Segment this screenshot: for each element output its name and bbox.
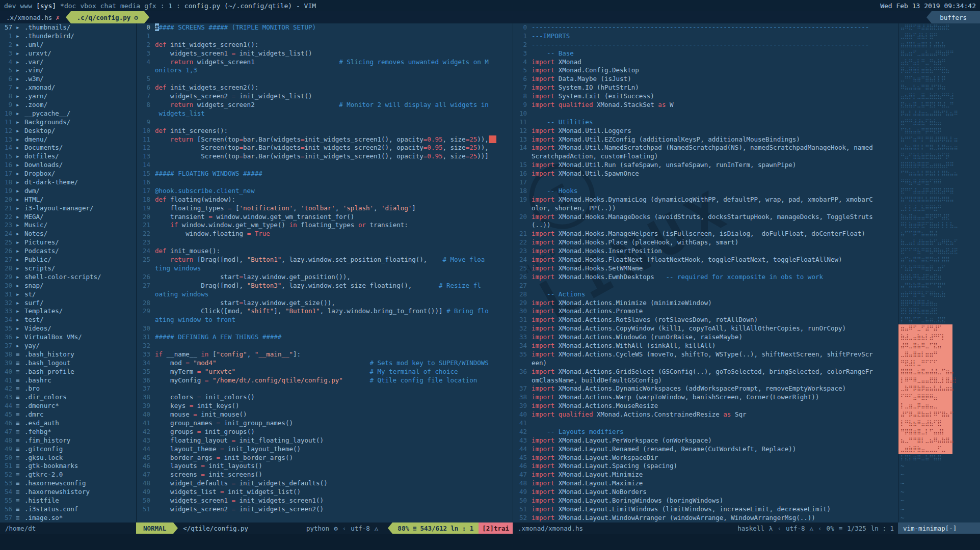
line-number: 24 [0, 230, 16, 238]
line-number: 21 [137, 221, 155, 230]
tree-item[interactable]: 47≡.fehbg* [0, 428, 136, 436]
minimap-line: ⣷⣦⣿⣶⣤⣤⠿⣟⠿⠛⣼⣟ [898, 213, 980, 222]
tree-item[interactable]: 57▸.thumbnails/ [0, 23, 136, 32]
workspace-www[interactable]: www [20, 2, 32, 10]
file-tree[interactable]: 57▸.thumbnails/1▸.thunderbird/2▸.uml/3▸.… [0, 23, 136, 522]
tree-item[interactable]: 12▸Desktop/ [0, 127, 136, 135]
tree-item[interactable]: 14▸Documents/ [0, 144, 136, 152]
folder-icon: ▸ [16, 41, 24, 49]
code-line: 51 widgets_screen2 = init_widgets_screen… [137, 505, 513, 514]
command-line[interactable] [0, 534, 980, 550]
tree-item[interactable]: 18▸dt-dark-theme/ [0, 178, 136, 187]
tree-item[interactable]: 44≡.dmenurc* [0, 402, 136, 410]
tree-item[interactable]: 9▸.zoom/ [0, 101, 136, 109]
tree-item[interactable]: 22▸MEGA/ [0, 213, 136, 222]
line-number: 18 [137, 196, 155, 204]
tree-item[interactable]: 28▸scripts/ [0, 264, 136, 273]
tree-item[interactable]: 13▸dmenu/ [0, 135, 136, 144]
tree-item[interactable]: 34▸test/ [0, 316, 136, 324]
tree-item[interactable]: 10▸__pycache__/ [0, 109, 136, 118]
tab-xmonad-hs[interactable]: .x/xmonad.hs ✗ [0, 11, 66, 23]
line-number: 26 [0, 247, 16, 256]
workspace-chat[interactable]: chat [100, 2, 116, 10]
tree-item[interactable]: 36▸VirtualBox VMs/ [0, 333, 136, 342]
tree-item[interactable]: 31▸st/ [0, 290, 136, 299]
tree-item[interactable]: 7▸.xmonad/ [0, 84, 136, 92]
line-number: 36 [513, 368, 532, 376]
tree-item[interactable]: 25▸Pictures/ [0, 238, 136, 247]
tree-item[interactable]: 39≡.bash_logout [0, 359, 136, 368]
tree-item[interactable]: 27▸Public/ [0, 256, 136, 264]
tree-item[interactable]: 50≡.gksu.lock [0, 454, 136, 462]
tree-item[interactable]: 56≡.i3status.conf [0, 505, 136, 514]
tree-item[interactable]: 4▸.var/ [0, 58, 136, 67]
tree-item[interactable]: 6▸.w3m/ [0, 75, 136, 84]
tree-item[interactable]: 41≡.bashrc [0, 376, 136, 385]
tree-item[interactable]: 20▸HTML/ [0, 196, 136, 204]
tree-item[interactable]: 3▸.urxvt/ [0, 49, 136, 58]
workspace-dev[interactable]: dev [4, 2, 16, 10]
tree-item[interactable]: 54≡.haxornewshistory [0, 488, 136, 497]
minimap[interactable]: ⣤⠿⣟⠋⠿⣼⣼⣷⣟⣶⣶⣟⣀⣿⣷⠋⣼⣧⡇⣿⠛⣶⣼⣿⣧⣶⣿⡇⡇⣼⣧⣧⣿⣤⣶⠋⣀⣤⣧⣤… [898, 23, 980, 522]
code-line: 41 group_names = init_group_names() [137, 419, 513, 428]
tree-item[interactable]: 24▸Notes/ [0, 230, 136, 238]
config-py-pane[interactable]: 0##### SCREENS ##### (TRIPLE MONITOR SET… [136, 23, 513, 522]
tree-item[interactable]: 1▸.thunderbird/ [0, 32, 136, 41]
line-number: 37 [137, 384, 155, 393]
tree-item[interactable]: 49≡.gitconfig [0, 445, 136, 454]
line-number: 32 [513, 324, 532, 333]
workspace-sys[interactable]: [sys] [36, 2, 56, 10]
tree-item[interactable]: 17▸Dropbox/ [0, 170, 136, 178]
minimap-line: ⡇⣟⡇⣶⠿⣀⣧⠛⣧⣿ [898, 454, 980, 462]
tree-item[interactable]: 32▸surf/ [0, 299, 136, 308]
tree-item[interactable]: 38≡.bash_history [0, 350, 136, 359]
tree-item[interactable]: 51≡.gtk-bookmarks [0, 462, 136, 471]
line-number: 13 [137, 152, 155, 161]
line-number: 51 [137, 505, 155, 514]
tree-item[interactable]: 45≡.dmrc [0, 410, 136, 419]
line-number: 4 [513, 58, 532, 67]
tree-item[interactable]: 23▸Music/ [0, 221, 136, 230]
tab-config-py[interactable]: .c/q/config.py ⚙ [71, 11, 144, 23]
tree-item[interactable]: 11▸Backgrounds/ [0, 118, 136, 127]
tree-item[interactable]: 8▸.yarn/ [0, 92, 136, 101]
close-icon[interactable]: ✗ [56, 14, 60, 21]
tree-item[interactable]: 48≡.fim_history [0, 436, 136, 445]
workspace-vbox[interactable]: vbox [80, 2, 96, 10]
minimap-viewport: ⠛⡿⣿⣶⣿⣀⡇⠋⣤⣼⡇ [898, 428, 980, 436]
code-line: 19import XMonad.Hooks.DynamicLog (dynami… [513, 196, 898, 204]
tree-item[interactable]: 16▸Downloads/ [0, 161, 136, 170]
tree-item[interactable]: 19▸dwm/ [0, 187, 136, 196]
tree-item[interactable]: 35▸Videos/ [0, 324, 136, 333]
tree-item[interactable]: 42≡.bro [0, 384, 136, 393]
workspace-gfx[interactable]: gfx [144, 2, 156, 10]
code-line: 6import Data.Maybe (isJust) [513, 75, 898, 84]
minimap-line: ⣶⠛⠛⣼⣼⣦⠋⣷⣧⣤ [898, 118, 980, 127]
tree-item[interactable]: 57≡.image.so* [0, 514, 136, 522]
line-number: 25 [137, 256, 155, 264]
line-number: 41 [137, 419, 155, 428]
line-number: 18 [0, 178, 16, 187]
tree-item[interactable]: 15▸dotfiles/ [0, 152, 136, 161]
tree-item[interactable]: 37▸yay/ [0, 342, 136, 350]
tree-item[interactable]: 33▸Templates/ [0, 307, 136, 316]
file-icon: ≡ [16, 454, 24, 462]
position-section: 88% ≡ 543/612 ln : 1 [392, 522, 479, 534]
tree-item[interactable]: 52≡.gtkrc-2.0 [0, 471, 136, 479]
tree-item[interactable]: 29▸shell-color-scripts/ [0, 273, 136, 282]
tree-item[interactable]: 26▸Podcasts/ [0, 247, 136, 256]
code-line: 13import XMonad.Util.EZConfig (additiona… [513, 135, 898, 144]
tree-item[interactable]: 40≡.bash_profile [0, 368, 136, 376]
tree-item[interactable]: 43≡.dir_colors [0, 393, 136, 402]
tree-item[interactable]: 5▸.vim/ [0, 66, 136, 75]
tree-item[interactable]: 30▸snap/ [0, 282, 136, 290]
workspace-doc[interactable]: *doc [60, 2, 76, 10]
tree-item[interactable]: 55≡.histfile [0, 497, 136, 505]
workspace-media[interactable]: media [120, 2, 140, 10]
xmonad-hs-pane[interactable]: 0---------------------------------------… [513, 23, 898, 522]
line-number: 5 [137, 75, 155, 84]
tree-item[interactable]: 46≡.esd_auth [0, 419, 136, 428]
tree-item[interactable]: 2▸.uml/ [0, 41, 136, 49]
tree-item[interactable]: 53≡.haxornewsconfig [0, 479, 136, 488]
tree-item[interactable]: 21▸i3-layout-manager/ [0, 204, 136, 213]
